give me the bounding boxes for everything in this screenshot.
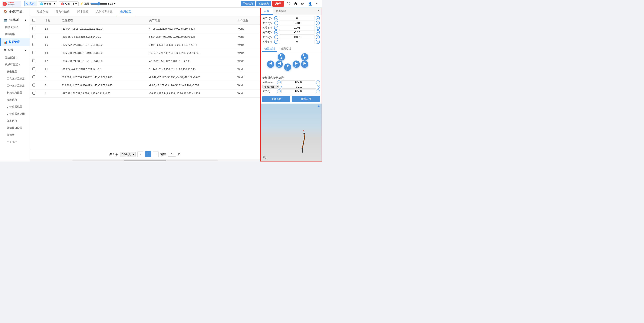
sidebar-item-external-interface[interactable]: 外部接口设置 [0,124,30,131]
tab-script-programming[interactable]: 脚本编程 [74,8,92,16]
sidebar-item-safety-config[interactable]: 安全配置 [0,68,30,75]
table-row[interactable]: 1 -287.33,171.728,26.636,-2.979,0.114,-0… [30,90,260,98]
init-pose-button[interactable]: 初始姿态 [256,1,271,7]
power-icon[interactable]: ⏻ [292,1,298,7]
y-minus-btn[interactable]: ◀ Y- [267,61,274,68]
new-point-button[interactable]: 新增点位 [292,96,320,102]
tab-global-waypoints[interactable]: 全局点位 [116,8,135,16]
joint-1-plus-btn[interactable]: + [316,16,320,21]
z-minus-btn[interactable]: Z- ▼ [301,53,308,61]
speed-slider[interactable] [90,2,107,6]
attitude-plus-btn[interactable]: + [317,85,320,89]
joint-plus-btn[interactable]: + [316,89,320,93]
position-minus-btn[interactable]: − [277,80,281,84]
row-checkbox-cell[interactable] [30,90,42,98]
table-row[interactable]: L3 -136.658,-24.681,318.194,3.141,0,0 10… [30,49,260,57]
horizontal-scrollbar[interactable] [30,159,260,162]
sidebar-item-online-programming[interactable]: 💻 在线编程 ▲ [0,16,30,24]
select-all-checkbox[interactable] [32,19,35,22]
attitude-mode-select[interactable]: 姿态(rad) [262,85,278,89]
x-minus-btn[interactable]: ▼ X- [284,64,291,71]
sidebar-item-robot-arm-config[interactable]: 机械臂配置 ▲ [0,61,30,68]
position-control-tab[interactable]: 位置控制 [262,46,277,52]
sidebar-item-e-fence[interactable]: 电子围栏 [0,139,30,146]
joint-2-input[interactable] [279,21,315,25]
panel-close-btn[interactable]: ✕ [316,8,322,15]
row-checkbox[interactable] [32,92,35,95]
tip-select[interactable]: 🎯 Arm_Tip ▾ [59,2,78,6]
joint-minus-btn[interactable]: − [277,89,281,93]
position-step-input[interactable] [281,80,316,84]
viewport-eye-icon[interactable]: 👁 [317,105,320,108]
row-checkbox-cell[interactable] [30,73,42,81]
sidebar-item-graphic-programming[interactable]: 图形化编程 [0,24,30,31]
joint-2-minus-btn[interactable]: − [274,21,278,25]
attitude-minus-btn[interactable]: − [278,85,282,89]
row-checkbox-cell[interactable] [30,25,42,33]
update-point-button[interactable]: 更新点位 [262,96,290,102]
sidebar-item-config[interactable]: ⚙ 配置 ▲ [0,46,30,54]
joint-3-plus-btn[interactable]: + [316,26,320,30]
joint-5-minus-btn[interactable]: − [274,35,278,39]
table-row[interactable]: L2 -336.558,-24.688,318.218,3.141,0,0 4.… [30,57,260,65]
joint-step-input[interactable] [281,89,316,93]
sidebar-item-force-sensor-config[interactable]: 力传感器配置 [0,103,30,110]
sidebar-item-install-info[interactable]: 安装信息 [0,96,30,103]
table-row[interactable]: L5 -215.85,-24.683,318.222,3.141,0,0 6.5… [30,33,260,41]
joint-2-plus-btn[interactable]: + [316,21,320,25]
table-row[interactable]: L6 -176.272,-24.687,318.213,3.141,0,0 7.… [30,41,260,49]
row-checkbox[interactable] [32,43,35,46]
sidebar-item-init-pose[interactable]: 初始姿态设置 [0,89,30,96]
z-plus-btn[interactable]: Z+ ▲ [278,53,285,61]
joint-1-minus-btn[interactable]: − [274,16,278,21]
row-checkbox-cell[interactable] [30,65,42,73]
sidebar-item-version-info[interactable]: 版本信息 [0,117,30,124]
sidebar-item-virtual-wall[interactable]: 虚拟墙 [0,131,30,139]
world-select[interactable]: 🌐 World ▾ [38,2,57,6]
attitude-step-input[interactable] [282,85,316,89]
sidebar-item-force-sensor-chart[interactable]: 力传感器数据图 [0,110,30,117]
position-plus-btn[interactable]: + [316,80,320,84]
joint-6-plus-btn[interactable]: + [316,40,320,44]
row-checkbox[interactable] [32,75,35,78]
joint-3-input[interactable] [279,26,315,30]
joint-1-input[interactable] [279,16,315,21]
row-checkbox[interactable] [32,84,35,87]
sidebar-item-system-config[interactable]: 系统配置 ▲ [0,54,30,61]
prev-page-btn[interactable]: ‹ [137,151,143,157]
estop-button[interactable]: 急停 [272,1,284,7]
logout-icon[interactable]: ↪ [314,1,320,7]
per-page-select[interactable]: 10条/页 20条/页 50条/页 [120,152,136,157]
joint-4-plus-btn[interactable]: + [316,30,320,35]
next-page-btn[interactable]: › [153,151,159,157]
row-checkbox[interactable] [32,51,35,54]
table-row[interactable]: 3 329.809,-147.738,630.082,1.45,-0.877,0… [30,73,260,81]
mode-btn[interactable]: ⚙ 真实 [24,1,36,7]
joint-4-minus-btn[interactable]: − [274,30,278,35]
row-checkbox-cell[interactable] [30,41,42,49]
tab-trajectory-list[interactable]: 轨迹列表 [33,8,52,16]
joint-5-input[interactable] [279,35,315,39]
panel-tab-edit[interactable]: 位姿编辑 [272,8,290,15]
page-1-btn[interactable]: 1 [145,151,151,157]
panel-tab-show[interactable]: 示教 [261,8,272,15]
row-checkbox-cell[interactable] [30,49,42,57]
sidebar-item-tool-coord[interactable]: 工具坐标系标定 [0,75,30,82]
row-checkbox[interactable] [32,59,35,62]
lang-btn[interactable]: CN [300,1,306,7]
y-plus-btn[interactable]: ▶ Y+ [301,61,308,68]
table-row[interactable]: L1 -91.222,-24.687,318.202,3.141,0,0 15.… [30,65,260,73]
zero-pose-button[interactable]: 零位姿态 [241,1,255,7]
table-row[interactable]: L4 -294.047,-24.679,318.223,3.141,0,0 4.… [30,25,260,33]
row-checkbox-cell[interactable] [30,81,42,90]
fullscreen-icon[interactable]: ⛶ [285,1,291,7]
row-checkbox[interactable] [32,67,35,70]
attitude-control-tab[interactable]: 姿态控制 [278,46,293,52]
joint-6-minus-btn[interactable]: − [274,40,278,44]
row-checkbox-cell[interactable] [30,57,42,65]
tab-geometric-model[interactable]: 几何模型参数 [92,8,116,16]
sidebar-item-robot-arm-guide[interactable]: 🏠 机械臂示教 [0,8,30,16]
row-checkbox[interactable] [32,35,35,38]
sidebar-item-work-coord[interactable]: 工作坐标系标定 [0,82,30,89]
joint-5-plus-btn[interactable]: + [316,35,320,39]
